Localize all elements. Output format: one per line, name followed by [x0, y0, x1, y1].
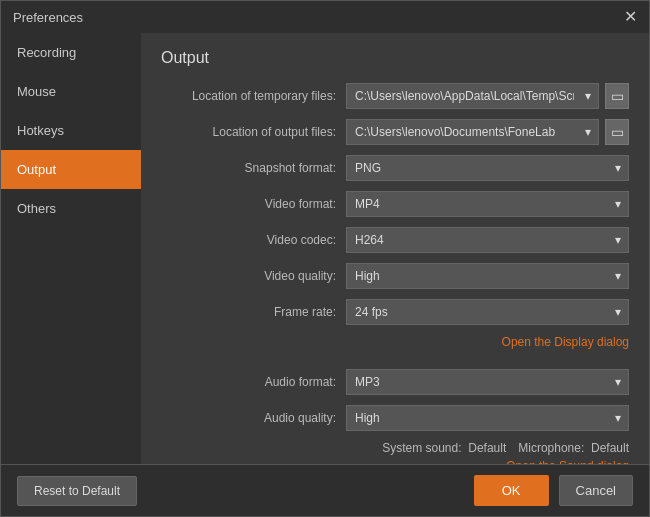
output-section-title: Output [161, 49, 629, 67]
cancel-button[interactable]: Cancel [559, 475, 633, 506]
preferences-dialog: Preferences ✕ Recording Mouse Hotkeys Ou… [0, 0, 650, 517]
audio-quality-select[interactable]: High [346, 405, 629, 431]
audio-format-label: Audio format: [161, 375, 346, 389]
sidebar-item-others[interactable]: Others [1, 189, 141, 228]
sidebar-item-output[interactable]: Output [1, 150, 141, 189]
display-link-row: Open the Display dialog [161, 335, 629, 349]
output-files-select[interactable]: C:\Users\lenovo\Documents\FoneLab [346, 119, 599, 145]
audio-format-select-wrapper: MP3 [346, 369, 629, 395]
audio-format-control: MP3 [346, 369, 629, 395]
frame-rate-row: Frame rate: 24 fps [161, 299, 629, 325]
video-codec-label: Video codec: [161, 233, 346, 247]
audio-format-row: Audio format: MP3 [161, 369, 629, 395]
video-codec-select-wrapper: H264 [346, 227, 629, 253]
title-bar: Preferences ✕ [1, 1, 649, 33]
temp-files-folder-button[interactable]: ▭ [605, 83, 629, 109]
footer: Reset to Default OK Cancel [1, 464, 649, 516]
reset-to-default-button[interactable]: Reset to Default [17, 476, 137, 506]
temp-files-row: Location of temporary files: C:\Users\le… [161, 83, 629, 109]
video-quality-select-wrapper: High [346, 263, 629, 289]
footer-right: OK Cancel [474, 475, 633, 506]
frame-rate-label: Frame rate: [161, 305, 346, 319]
output-files-select-wrapper: C:\Users\lenovo\Documents\FoneLab [346, 119, 599, 145]
audio-quality-label: Audio quality: [161, 411, 346, 425]
snapshot-format-select[interactable]: PNG [346, 155, 629, 181]
temp-files-select-wrapper: C:\Users\lenovo\AppData\Local\Temp\Scree… [346, 83, 599, 109]
sidebar-item-mouse[interactable]: Mouse [1, 72, 141, 111]
sidebar: Recording Mouse Hotkeys Output Others [1, 33, 141, 464]
close-button[interactable]: ✕ [624, 9, 637, 25]
system-sound-row: System sound: Default Microphone: Defaul… [161, 441, 629, 455]
video-format-select-wrapper: MP4 [346, 191, 629, 217]
video-format-label: Video format: [161, 197, 346, 211]
video-codec-select[interactable]: H264 [346, 227, 629, 253]
sidebar-item-hotkeys[interactable]: Hotkeys [1, 111, 141, 150]
temp-files-select[interactable]: C:\Users\lenovo\AppData\Local\Temp\Scree… [346, 83, 599, 109]
divider [161, 357, 629, 369]
temp-files-label: Location of temporary files: [161, 89, 346, 103]
video-quality-control: High [346, 263, 629, 289]
audio-format-select[interactable]: MP3 [346, 369, 629, 395]
frame-rate-control: 24 fps [346, 299, 629, 325]
main-content: Output Location of temporary files: C:\U… [141, 33, 649, 464]
frame-rate-select[interactable]: 24 fps [346, 299, 629, 325]
sidebar-item-recording[interactable]: Recording [1, 33, 141, 72]
snapshot-format-control: PNG [346, 155, 629, 181]
microphone-label: Microphone: Default [518, 441, 629, 455]
system-sound-label: System sound: Default [382, 441, 506, 455]
video-format-select[interactable]: MP4 [346, 191, 629, 217]
frame-rate-select-wrapper: 24 fps [346, 299, 629, 325]
video-quality-row: Video quality: High [161, 263, 629, 289]
output-files-row: Location of output files: C:\Users\lenov… [161, 119, 629, 145]
temp-files-control: C:\Users\lenovo\AppData\Local\Temp\Scree… [346, 83, 629, 109]
output-files-control: C:\Users\lenovo\Documents\FoneLab ▭ [346, 119, 629, 145]
audio-quality-control: High [346, 405, 629, 431]
open-display-dialog-link[interactable]: Open the Display dialog [502, 335, 629, 349]
video-quality-label: Video quality: [161, 269, 346, 283]
output-files-label: Location of output files: [161, 125, 346, 139]
video-format-row: Video format: MP4 [161, 191, 629, 217]
dialog-title: Preferences [13, 10, 83, 25]
video-codec-row: Video codec: H264 [161, 227, 629, 253]
ok-button[interactable]: OK [474, 475, 549, 506]
video-codec-control: H264 [346, 227, 629, 253]
output-files-folder-button[interactable]: ▭ [605, 119, 629, 145]
snapshot-format-select-wrapper: PNG [346, 155, 629, 181]
content-area: Recording Mouse Hotkeys Output Others Ou… [1, 33, 649, 464]
snapshot-format-label: Snapshot format: [161, 161, 346, 175]
audio-quality-row: Audio quality: High [161, 405, 629, 431]
video-format-control: MP4 [346, 191, 629, 217]
video-quality-select[interactable]: High [346, 263, 629, 289]
snapshot-format-row: Snapshot format: PNG [161, 155, 629, 181]
audio-quality-select-wrapper: High [346, 405, 629, 431]
